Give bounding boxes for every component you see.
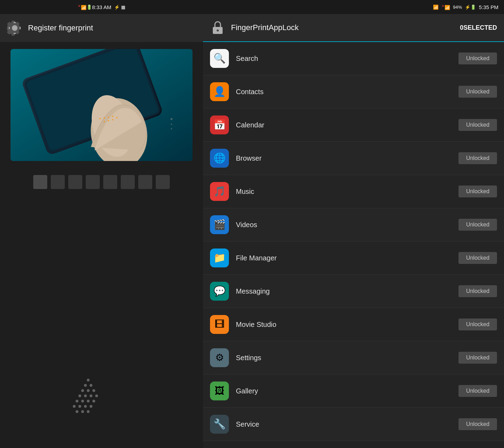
app-row[interactable]: 🎞Movie StudioUnlocked	[203, 308, 504, 341]
svg-point-36	[84, 384, 87, 387]
svg-point-19	[81, 410, 84, 413]
fingerprint-image	[10, 49, 192, 161]
left-usb-icon: ⚡	[114, 5, 120, 10]
app-icon-browser: 🌐	[210, 149, 229, 168]
unlock-badge[interactable]: Unlocked	[458, 86, 497, 98]
right-header-title: FingerPrintAppLock	[231, 23, 454, 32]
svg-point-7	[108, 117, 109, 118]
svg-point-18	[76, 410, 78, 413]
svg-point-12	[104, 121, 105, 122]
unlock-badge[interactable]: Unlocked	[458, 352, 497, 364]
svg-point-14	[116, 117, 118, 118]
unlock-badge[interactable]: Unlocked	[458, 252, 497, 264]
app-icon-moviestudio: 🎞	[210, 315, 229, 334]
unlock-badge[interactable]: Unlocked	[458, 219, 497, 231]
svg-point-29	[78, 394, 81, 397]
svg-point-20	[87, 410, 90, 413]
left-bottom-area	[0, 196, 203, 448]
svg-point-16	[171, 124, 172, 125]
unlock-badge[interactable]: Unlocked	[458, 318, 497, 330]
app-row[interactable]: 🔧ServiceUnlocked	[203, 408, 504, 441]
unlock-badge[interactable]: Unlocked	[458, 186, 497, 197]
app-row[interactable]: 📅CalendarUnlocked	[203, 108, 504, 142]
app-icon-calendar: 📅	[210, 115, 229, 134]
app-name: File Manager	[236, 254, 458, 262]
svg-point-22	[78, 405, 81, 408]
left-panel: ✕📶 🔋 8:33 AM ⚡ ▦ Register fingerprint	[0, 0, 203, 448]
svg-point-35	[92, 389, 95, 392]
svg-point-13	[99, 118, 101, 119]
app-row[interactable]: 🔍SearchUnlocked	[203, 42, 504, 75]
svg-point-31	[90, 394, 92, 397]
left-sim-icon: ▦	[121, 5, 125, 10]
app-name: Movie Studio	[236, 321, 458, 329]
app-row[interactable]: 🌐BrowserUnlocked	[203, 142, 504, 175]
unlock-badge[interactable]: Unlocked	[458, 52, 497, 64]
app-row[interactable]: 📁File ManagerUnlocked	[203, 241, 504, 275]
app-icon-messaging: 💬	[210, 282, 229, 301]
svg-point-40	[217, 29, 219, 31]
svg-point-23	[84, 405, 87, 408]
app-icon-gallery: 🖼	[210, 382, 229, 400]
svg-point-38	[87, 379, 90, 382]
carousel-dot-6[interactable]	[121, 175, 135, 189]
carousel-dots	[0, 175, 203, 189]
svg-point-32	[95, 394, 98, 397]
app-row[interactable]: 💬MessagingUnlocked	[203, 275, 504, 308]
svg-point-0	[13, 26, 16, 30]
carousel-dot-1[interactable]	[33, 175, 47, 189]
app-row[interactable]: 🎵MusicUnlocked	[203, 175, 504, 208]
app-row[interactable]: 👤ContactsUnlocked	[203, 75, 504, 108]
selected-count: 0SELECTED	[460, 24, 497, 31]
app-name: Browser	[236, 154, 458, 162]
app-icon-videos: 🎬	[210, 215, 229, 234]
left-header: Register fingerprint	[0, 14, 203, 42]
svg-point-27	[87, 400, 90, 402]
app-row[interactable]: 🖼GalleryUnlocked	[203, 374, 504, 408]
svg-point-30	[84, 394, 87, 397]
carousel-dot-4[interactable]	[86, 175, 100, 189]
carousel-dot-2[interactable]	[51, 175, 65, 189]
carousel-dot-8[interactable]	[156, 175, 170, 189]
svg-point-9	[104, 117, 105, 119]
app-icon-filemanager: 📁	[210, 248, 229, 267]
app-row[interactable]: ⚙SettingsUnlocked	[203, 341, 504, 374]
right-signal-icon: ✕📶	[441, 4, 450, 10]
right-status-time: 5:35 PM	[479, 4, 498, 10]
app-icon-contacts: 👤	[210, 82, 229, 101]
app-name: Settings	[236, 354, 458, 362]
unlock-badge[interactable]: Unlocked	[458, 152, 497, 164]
unlock-badge[interactable]: Unlocked	[458, 418, 497, 430]
svg-point-21	[73, 405, 76, 408]
svg-point-37	[90, 384, 92, 387]
app-icon-settings: ⚙	[210, 348, 229, 367]
svg-point-34	[87, 389, 90, 392]
unlock-badge[interactable]: Unlocked	[458, 119, 497, 131]
unlock-badge[interactable]: Unlocked	[458, 285, 497, 297]
left-status-time: 8:33 AM	[92, 4, 111, 10]
unlock-badge[interactable]: Unlocked	[458, 385, 497, 397]
right-battery-icon: ⚡🔋	[465, 5, 476, 10]
svg-point-25	[76, 400, 78, 402]
carousel-dot-7[interactable]	[138, 175, 152, 189]
app-icon-music: 🎵	[210, 182, 229, 201]
fingerprint-illustration	[10, 49, 192, 161]
app-row[interactable]: 🎬VideosUnlocked	[203, 208, 504, 241]
svg-point-28	[92, 400, 95, 402]
svg-point-8	[112, 115, 113, 117]
right-status-bar: 📶 ✕📶 94% ⚡🔋 5:35 PM	[203, 0, 504, 14]
app-name: Service	[236, 420, 458, 428]
left-header-title: Register fingerprint	[28, 23, 93, 33]
carousel-dot-5[interactable]	[103, 175, 117, 189]
svg-point-15	[170, 118, 173, 120]
app-icon-search: 🔍	[210, 49, 229, 68]
app-icon-service: 🔧	[210, 415, 229, 434]
app-name: Videos	[236, 221, 458, 229]
right-wifi-icon: 📶	[433, 5, 439, 10]
gear-icon	[7, 20, 22, 36]
app-name: Gallery	[236, 387, 458, 395]
right-battery-percent: 94%	[453, 5, 462, 10]
left-signal-icon: ✕📶	[78, 4, 86, 10]
carousel-dot-3[interactable]	[68, 175, 82, 189]
right-header: FingerPrintAppLock 0SELECTED	[203, 14, 504, 42]
